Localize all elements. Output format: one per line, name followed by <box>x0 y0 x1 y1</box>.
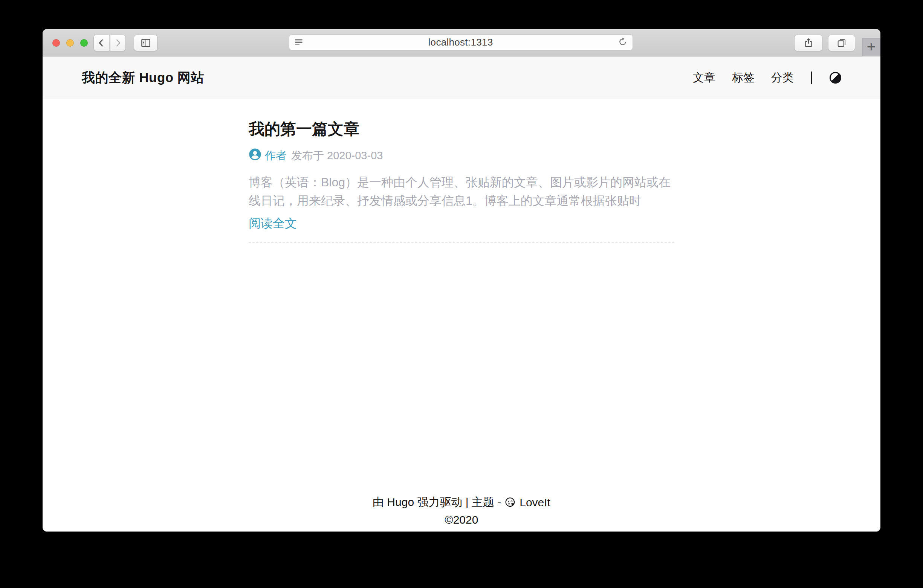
main-nav: 文章 标签 分类 <box>693 70 841 85</box>
page-footer: 由 Hugo 强力驱动 | 主题 - LoveIt ©2020 <box>43 495 880 532</box>
post-meta: 作者 发布于 2020-03-03 <box>249 148 674 163</box>
post-author-link[interactable]: 作者 <box>265 148 287 163</box>
minimize-button[interactable] <box>66 39 74 47</box>
back-button[interactable] <box>94 34 109 51</box>
post-title[interactable]: 我的第一篇文章 <box>249 119 674 140</box>
browser-toolbar: localhost:1313 <box>43 29 880 56</box>
post-divider <box>249 242 674 243</box>
post-published-date: 发布于 2020-03-03 <box>291 148 383 163</box>
traffic-lights <box>53 39 88 47</box>
nav-item-categories[interactable]: 分类 <box>771 70 794 85</box>
url-text[interactable]: localhost:1313 <box>304 36 618 48</box>
nav-item-tags[interactable]: 标签 <box>732 70 755 85</box>
reader-view-icon[interactable] <box>294 37 304 48</box>
footer-powered-line: 由 Hugo 强力驱动 | 主题 - LoveIt <box>43 495 880 510</box>
user-circle-icon <box>249 148 261 163</box>
reload-icon[interactable] <box>618 36 628 49</box>
theme-toggle-icon[interactable] <box>829 72 841 84</box>
footer-copyright: ©2020 <box>43 513 880 526</box>
close-button[interactable] <box>53 39 60 47</box>
plus-icon: + <box>867 39 875 54</box>
browser-window: localhost:1313 <box>43 29 880 532</box>
kiss-wink-heart-icon <box>504 496 516 508</box>
nav-item-posts[interactable]: 文章 <box>693 70 715 85</box>
nav-divider <box>811 72 812 84</box>
footer-theme-link[interactable]: LoveIt <box>519 496 550 509</box>
tabs-icon <box>836 38 847 48</box>
sidebar-toggle-button[interactable] <box>134 34 158 51</box>
show-all-tabs-button[interactable] <box>828 34 855 51</box>
chevron-right-icon <box>113 38 123 48</box>
sidebar-icon <box>140 37 151 49</box>
site-title[interactable]: 我的全新 Hugo 网站 <box>82 69 204 87</box>
post-summary-text: 博客（英语：Blog）是一种由个人管理、张贴新的文章、图片或影片的网站或在线日记… <box>249 173 674 210</box>
forward-button[interactable] <box>110 34 126 51</box>
footer-powered-text: 由 Hugo 强力驱动 | 主题 - <box>373 495 501 510</box>
post-summary-card: 我的第一篇文章 作者 发布于 2020-03-03 博客（英语：Blog）是一种… <box>249 119 674 243</box>
page-content: 我的第一篇文章 作者 发布于 2020-03-03 博客（英语：Blog）是一种… <box>43 99 880 532</box>
share-icon <box>803 38 814 48</box>
chevron-left-icon <box>97 38 106 48</box>
read-more-link[interactable]: 阅读全文 <box>249 215 297 232</box>
maximize-button[interactable] <box>80 39 88 47</box>
site-header: 我的全新 Hugo 网站 文章 标签 分类 <box>43 56 880 99</box>
address-bar[interactable]: localhost:1313 <box>289 34 633 51</box>
new-tab-button[interactable]: + <box>862 38 880 56</box>
share-button[interactable] <box>794 34 823 51</box>
